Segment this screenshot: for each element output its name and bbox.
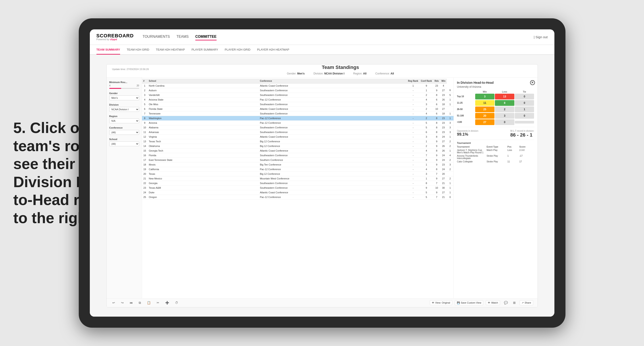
tablet-device: SCOREBOARD Powered by clippd TOURNAMENTS… <box>79 18 566 328</box>
table-row[interactable]: 21New MexicoMountain West Conference-192… <box>142 176 454 181</box>
table-row[interactable]: 12VirginiaAtlantic Coast Conference-3824… <box>142 134 454 139</box>
table-row[interactable]: 5Ole MissSoutheastern Conference-36181 <box>142 102 454 107</box>
table-row[interactable]: 13Texas TechBig 12 Conference-19272 <box>142 139 454 144</box>
h2h-win-gt100: 27 <box>475 119 495 125</box>
sub-nav-player-h2h-grid[interactable]: PLAYER H2H GRID <box>225 45 250 55</box>
share-icon: ↗ <box>522 301 524 304</box>
h2h-win-26-50: 25 <box>475 107 495 112</box>
view-original-button[interactable]: 👁 View: Original <box>430 300 452 305</box>
table-row[interactable]: 15Georgia TechAtlantic Coast Conference-… <box>142 148 454 153</box>
table-row[interactable]: 16FloridaSoutheastern Conference-79244 <box>142 153 454 158</box>
share-button[interactable]: ↗ Share <box>520 300 533 305</box>
chat-button[interactable]: 💬 <box>503 300 509 305</box>
school-select[interactable]: (All) <box>109 141 139 146</box>
top-nav-links: TOURNAMENTS TEAMS COMMITTEE <box>142 34 525 40</box>
h2h-tie-51-100: 0 <box>515 113 534 119</box>
watch-icon: 👁 <box>488 301 490 304</box>
copy-button[interactable]: ⧉ <box>138 300 142 306</box>
tournament-row-2: Cabo Collegiate Stroke Play 11 17 <box>457 161 534 163</box>
table-row[interactable]: 14OklahomaBig 12 Conference-29262 <box>142 144 454 148</box>
table-row[interactable]: 24DukeAtlantic Coast Conference-59271 <box>142 190 454 195</box>
tournament-name-2: Cabo Collegiate <box>457 161 486 163</box>
table-row[interactable]: 7TennesseeSoutheastern Conference-46181 <box>142 111 454 116</box>
filter-conference: Conference: All <box>376 72 394 75</box>
watch-button[interactable]: 👁 Watch <box>486 300 500 305</box>
table-row[interactable]: 6Florida StateAtlantic Coast Conference-… <box>142 107 454 111</box>
save-custom-view-button[interactable]: 💾 Save Custom View <box>455 300 484 305</box>
table-row[interactable]: 23Texas A&MSoutheastern Conference-91030… <box>142 185 454 190</box>
clock-button[interactable]: ⏱ <box>174 300 180 305</box>
table-row[interactable]: 10AlabamaSoutheastern Conference-58233 <box>142 125 454 130</box>
h2h-opponents-label: Opponents in division: <box>457 130 479 132</box>
h2h-range-51-100: 51-100 <box>457 114 475 117</box>
table-row[interactable]: 19CaliforniaPac-12 Conference-48242 <box>142 167 454 172</box>
col-school: School <box>148 79 258 84</box>
conference-filter-label: Conference <box>109 126 139 129</box>
sub-nav-team-summary[interactable]: TEAM SUMMARY <box>96 45 120 55</box>
th-score: Score <box>520 146 530 148</box>
division-select[interactable]: NCAA Division I <box>109 107 139 112</box>
table-row[interactable]: 3VanderbiltSoutheastern Conference-28235 <box>142 93 454 97</box>
table-row[interactable]: 4Arizona StatePac-12 Conference-46261 <box>142 97 454 102</box>
col-rds: Rds <box>433 79 440 84</box>
table-row[interactable]: 2AuburnSoutheastern Conference-19276 <box>142 88 454 93</box>
top-nav: SCOREBOARD Powered by clippd TOURNAMENTS… <box>90 29 554 45</box>
table-row[interactable]: 22GeorgiaSoutheastern Conference-87211 <box>142 181 454 185</box>
table-row[interactable]: 1North CarolinaAtlantic Coast Conference… <box>142 83 454 88</box>
h2h-tie-top10: 0 <box>515 94 534 99</box>
update-time: Update time: 27/03/2024 15:56:26 <box>112 68 149 70</box>
grid-button[interactable]: ⊞ <box>512 300 517 305</box>
nav-tournaments[interactable]: TOURNAMENTS <box>142 34 170 40</box>
sub-nav-player-summary[interactable]: PLAYER SUMMARY <box>192 45 218 55</box>
bottom-toolbar: ↩ ↪ ⏮ ⧉ 📋 ✂ ➕ ⏱ 👁 View: Original <box>107 298 538 307</box>
h2h-opponents-summary: Opponents in division: 99.1% W-L-T recor… <box>457 130 534 138</box>
region-select[interactable]: N/A <box>109 118 139 123</box>
h2h-divider-2 <box>457 140 534 140</box>
cut-button[interactable]: ✂ <box>155 300 160 305</box>
sub-nav-team-h2h-heatmap[interactable]: TEAM H2H HEATMAP <box>156 45 185 55</box>
h2h-record-label: W-L-T record in division: <box>510 130 534 132</box>
tournament-score-1: -17 <box>520 155 530 160</box>
h2h-record-right: W-L-T record in division: 86 - 26 - 1 <box>510 130 534 138</box>
h2h-row-gt100: >100 27 0 <box>457 119 534 125</box>
table-row[interactable]: 17East Tennessee StateSouthern Conferenc… <box>142 158 454 162</box>
sign-out-button[interactable]: | Sign out <box>534 35 548 39</box>
sub-nav-player-h2h-heatmap[interactable]: PLAYER H2H HEATMAP <box>257 45 289 55</box>
min-rounds-label: Minimum Rou... <box>109 81 139 84</box>
h2h-close-button[interactable]: ✕ <box>530 80 535 85</box>
table-row[interactable]: 25OregonPac-12 Conference-57210 <box>142 195 454 199</box>
nav-teams[interactable]: TEAMS <box>176 34 189 40</box>
sub-nav-team-h2h-grid[interactable]: TEAM H2H GRID <box>127 45 149 55</box>
tournament-type-2: Stroke Play <box>487 161 506 163</box>
gender-filter-label: Gender <box>109 92 139 95</box>
logo: SCOREBOARD Powered by clippd <box>96 33 134 41</box>
standings-table: # School Conference Reg Rank Conf Rank R… <box>142 79 454 199</box>
paste-button[interactable]: 📋 <box>146 300 152 305</box>
table-row[interactable]: 9ArizonaPac-12 Conference-58233 <box>142 120 454 125</box>
h2h-win-top10: 3 <box>475 94 495 99</box>
tournament-pos-0: Loss <box>508 149 518 154</box>
col-rank: # <box>142 79 148 84</box>
tablet-screen: SCOREBOARD Powered by clippd TOURNAMENTS… <box>90 29 554 317</box>
region-filter-label: Region <box>109 115 139 118</box>
h2h-tie-11-25: 0 <box>515 100 534 106</box>
filter-gender: Gender: Men's <box>287 72 305 75</box>
panel-title: Team Standings <box>149 64 532 70</box>
table-row[interactable]: 11ArkansasSoutheastern Conference-68233 <box>142 130 454 134</box>
skip-back-button[interactable]: ⏮ <box>128 300 134 305</box>
h2h-divider-1 <box>457 127 534 127</box>
conference-select[interactable]: (All) <box>109 130 139 135</box>
gender-select[interactable]: Men's <box>109 95 139 100</box>
min-rounds-slider[interactable] <box>109 88 139 89</box>
undo-button[interactable]: ↩ <box>111 300 116 305</box>
nav-committee[interactable]: COMMITTEE <box>195 34 216 40</box>
table-row[interactable]: 20TexasBig 12 Conference-3720 <box>142 172 454 176</box>
add-button[interactable]: ➕ <box>164 300 170 305</box>
redo-button[interactable]: ↪ <box>120 300 125 305</box>
h2h-row-26-50: 26-50 25 2 1 <box>457 107 534 112</box>
tournament-type-0: Match Play <box>487 149 506 154</box>
logo-subtitle: Powered by clippd <box>96 38 134 41</box>
table-row[interactable]: 18IllinoisBig Ten Conference-19233 <box>142 162 454 167</box>
table-row[interactable]: 8WashingtonPac-12 Conference-28231 <box>142 116 454 120</box>
h2h-range-11-25: 11-25 <box>457 102 475 104</box>
